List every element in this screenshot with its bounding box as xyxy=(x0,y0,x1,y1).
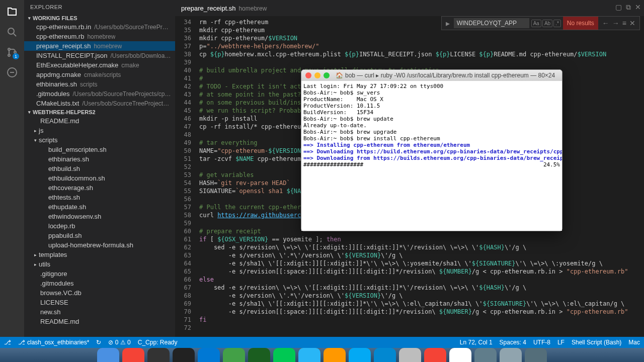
terminal-title: 🏠 bob — curl ▸ ruby -W0 /usr/local/Libra… xyxy=(336,72,555,79)
find-prev-icon[interactable]: ← xyxy=(602,19,609,27)
svg-point-2 xyxy=(8,48,10,50)
tab-active[interactable]: prepare_receipt.sh homebrew xyxy=(181,5,267,12)
dock-app-icon[interactable] xyxy=(424,348,446,362)
tree-file[interactable]: ethupdate.sh xyxy=(24,202,175,212)
status-bar: ⎇ ⎇ clash_osx_ethbinaries* ↻ ⊘ 0 ⚠ 0 C_C… xyxy=(0,337,644,348)
sidebar: EXPLORER WORKING FILES cpp-ethereum.rb.i… xyxy=(24,0,175,337)
source-control-icon[interactable]: 1 xyxy=(4,44,20,60)
terminal-titlebar[interactable]: 🏠 bob — curl ▸ ruby -W0 /usr/local/Libra… xyxy=(301,70,562,81)
tree-file[interactable]: README.md xyxy=(24,317,175,326)
working-file[interactable]: cpp-ethereum.rb.in/Users/bob/SourceTreeP… xyxy=(24,22,175,32)
dock-app-icon[interactable] xyxy=(223,348,245,362)
working-file[interactable]: INSTALL_RECEIPT.json/Users/bob/Downloads… xyxy=(24,51,175,60)
file-readme[interactable]: README.md xyxy=(24,116,175,126)
dock-app-icon[interactable] xyxy=(525,348,547,362)
status-eol[interactable]: LF xyxy=(557,339,565,346)
find-widget: ▸ Aa Ab .* No results ← → ≡ ✕ xyxy=(441,16,640,30)
folder-templates[interactable]: templates xyxy=(24,250,175,259)
tree-file[interactable]: browse.VC.db xyxy=(24,288,175,298)
svg-point-3 xyxy=(8,54,10,56)
match-case-icon[interactable]: Aa xyxy=(531,20,541,27)
tree-file[interactable]: ethcoverage.sh xyxy=(24,183,175,193)
regex-icon[interactable]: .* xyxy=(553,20,561,27)
working-file[interactable]: prepare_receipt.shhomebrew xyxy=(24,41,175,51)
dock-app-icon[interactable] xyxy=(147,348,170,362)
tree-file[interactable]: new.sh xyxy=(24,307,175,317)
dock-app-icon[interactable] xyxy=(122,348,144,362)
dock-app-icon[interactable] xyxy=(97,348,119,362)
tree-file[interactable]: .gitignore xyxy=(24,269,175,279)
working-files-header[interactable]: WORKING FILES xyxy=(24,14,175,22)
tree-file[interactable]: .gitmodules xyxy=(24,279,175,288)
title-actions: ▢ ⧉ ✕ xyxy=(615,3,641,12)
terminal-close-icon[interactable] xyxy=(305,72,311,78)
tab-bar: prepare_receipt.sh homebrew ▢ ⧉ ✕ xyxy=(175,0,644,16)
working-file[interactable]: ethbinaries.shscripts xyxy=(24,79,175,89)
working-file[interactable]: cpp-ethereum.rbhomebrew xyxy=(24,32,175,41)
dock-app-icon[interactable] xyxy=(349,348,371,362)
dock-app-icon[interactable] xyxy=(449,348,471,362)
terminal-minimize-icon[interactable] xyxy=(314,72,320,78)
status-spaces[interactable]: Spaces: 4 xyxy=(500,339,526,346)
svg-line-1 xyxy=(14,34,16,36)
split-editor-icon[interactable]: ▢ xyxy=(615,3,622,12)
tree-file[interactable]: upload-homebrew-formula.sh xyxy=(24,240,175,250)
status-sync-icon[interactable]: ↻ xyxy=(96,339,101,346)
tree-file[interactable]: ethbinaries.sh xyxy=(24,154,175,164)
dock-app-icon[interactable] xyxy=(374,348,396,362)
working-file[interactable]: .gitmodules/Users/bob/SourceTreeProjects… xyxy=(24,89,175,99)
status-cursor[interactable]: Ln 72, Col 1 xyxy=(460,339,493,346)
dock-app-icon[interactable] xyxy=(273,348,295,362)
tree-file[interactable]: LICENSE xyxy=(24,298,175,307)
status-branch[interactable]: ⎇ clash_osx_ethbinaries* xyxy=(18,339,89,346)
project-header[interactable]: WEBTHREE-HELPERS2 xyxy=(24,108,175,116)
activity-bar: 1 xyxy=(0,0,24,337)
dock-app-icon[interactable] xyxy=(474,348,497,362)
dock-app-icon[interactable] xyxy=(399,348,421,362)
working-file[interactable]: EthExecutableHelper.cmakecmake xyxy=(24,60,175,70)
status-lang[interactable]: Shell Script (Bash) xyxy=(572,339,621,346)
tree-file[interactable]: ethwindowsenv.sh xyxy=(24,212,175,221)
dock-app-icon[interactable] xyxy=(298,348,320,362)
dock-app-icon[interactable] xyxy=(173,348,195,362)
explorer-icon[interactable] xyxy=(4,4,20,20)
working-file[interactable]: CMakeLists.txt/Users/bob/SourceTreeProje… xyxy=(24,99,175,108)
status-os[interactable]: Mac xyxy=(628,339,640,346)
dock-app-icon[interactable] xyxy=(198,348,220,362)
close-icon[interactable]: ✕ xyxy=(635,3,641,12)
folder-js[interactable]: js xyxy=(24,126,175,135)
tree-file[interactable]: ppabuild.sh xyxy=(24,231,175,240)
folder-scripts[interactable]: scripts xyxy=(24,135,175,145)
tree-file[interactable]: locdep.rb xyxy=(24,221,175,231)
tree-file[interactable]: ethtests.sh xyxy=(24,193,175,202)
dock-app-icon[interactable] xyxy=(324,348,346,362)
tree-file[interactable]: ethbuild.sh xyxy=(24,164,175,173)
terminal-window[interactable]: 🏠 bob — curl ▸ ruby -W0 /usr/local/Libra… xyxy=(301,69,562,231)
macos-dock xyxy=(0,348,644,362)
whole-word-icon[interactable]: Ab xyxy=(542,20,552,27)
dock-app-icon[interactable] xyxy=(500,348,522,362)
tree-file[interactable]: build_emscripten.sh xyxy=(24,145,175,154)
folder-utils[interactable]: utils xyxy=(24,259,175,269)
find-expand-icon[interactable]: ▸ xyxy=(442,19,454,28)
status-remote-icon[interactable]: ⎇ xyxy=(4,339,11,346)
search-icon[interactable] xyxy=(4,24,20,40)
status-errors[interactable]: ⊘ 0 ⚠ 0 xyxy=(108,339,130,346)
debug-icon[interactable] xyxy=(4,64,20,80)
svg-point-0 xyxy=(8,28,14,34)
working-file[interactable]: appdmg.cmakecmake/scripts xyxy=(24,70,175,79)
find-selection-icon[interactable]: ≡ xyxy=(622,19,626,27)
find-results: No results xyxy=(563,17,598,30)
terminal-body[interactable]: Last login: Fri May 27 17:09:22 on ttys0… xyxy=(301,81,562,231)
tree-file[interactable]: ethbuildcommon.sh xyxy=(24,173,175,183)
status-cpp[interactable]: C_Cpp: Ready xyxy=(138,339,178,346)
explorer-title: EXPLORER xyxy=(24,0,175,14)
status-encoding[interactable]: UTF-8 xyxy=(533,339,550,346)
dock-app-icon[interactable] xyxy=(248,348,270,362)
find-close-icon[interactable]: ✕ xyxy=(629,19,635,27)
terminal-zoom-icon[interactable] xyxy=(324,72,330,78)
more-icon[interactable]: ⧉ xyxy=(626,3,631,12)
find-input[interactable] xyxy=(454,18,529,28)
find-next-icon[interactable]: → xyxy=(612,19,619,27)
